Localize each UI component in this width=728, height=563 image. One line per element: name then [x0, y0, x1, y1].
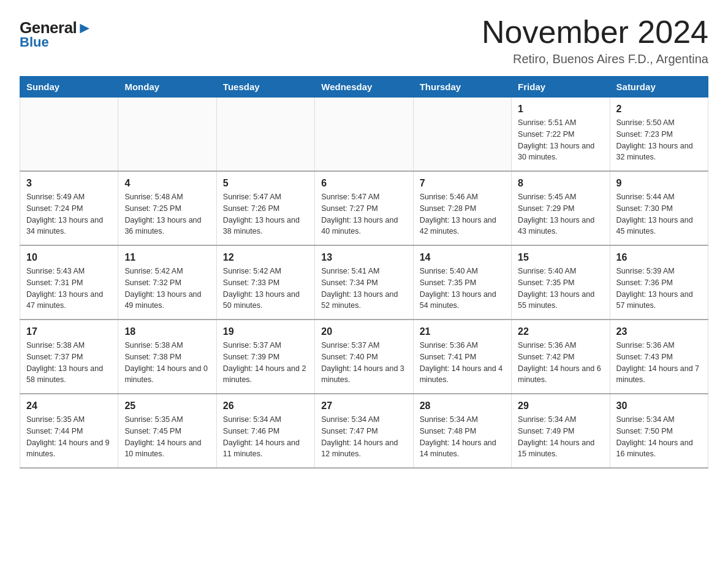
calendar-day-cell: 11Sunrise: 5:42 AMSunset: 7:32 PMDayligh…	[118, 245, 216, 320]
day-info: Sunrise: 5:35 AMSunset: 7:44 PMDaylight:…	[26, 414, 112, 460]
calendar-week-row: 1Sunrise: 5:51 AMSunset: 7:22 PMDaylight…	[20, 98, 708, 172]
calendar-day-cell: 12Sunrise: 5:42 AMSunset: 7:33 PMDayligh…	[216, 245, 314, 320]
day-number: 5	[223, 178, 308, 189]
calendar-week-row: 3Sunrise: 5:49 AMSunset: 7:24 PMDaylight…	[20, 171, 708, 245]
logo-blue-word: Blue	[20, 34, 49, 50]
day-info: Sunrise: 5:49 AMSunset: 7:24 PMDaylight:…	[26, 191, 112, 237]
calendar-day-cell: 25Sunrise: 5:35 AMSunset: 7:45 PMDayligh…	[118, 394, 216, 468]
calendar-day-cell: 2Sunrise: 5:50 AMSunset: 7:23 PMDaylight…	[610, 98, 708, 172]
calendar-day-cell: 19Sunrise: 5:37 AMSunset: 7:39 PMDayligh…	[216, 320, 314, 394]
day-number: 16	[616, 252, 702, 263]
calendar-day-cell: 27Sunrise: 5:34 AMSunset: 7:47 PMDayligh…	[315, 394, 413, 468]
day-info: Sunrise: 5:34 AMSunset: 7:48 PMDaylight:…	[420, 414, 505, 460]
calendar-day-cell: 10Sunrise: 5:43 AMSunset: 7:31 PMDayligh…	[20, 245, 118, 320]
day-info: Sunrise: 5:36 AMSunset: 7:43 PMDaylight:…	[616, 340, 702, 386]
day-info: Sunrise: 5:41 AMSunset: 7:34 PMDaylight:…	[321, 266, 406, 312]
day-number: 24	[26, 400, 112, 412]
calendar-day-cell: 8Sunrise: 5:45 AMSunset: 7:29 PMDaylight…	[512, 171, 610, 245]
day-info: Sunrise: 5:34 AMSunset: 7:50 PMDaylight:…	[616, 414, 702, 460]
day-info: Sunrise: 5:34 AMSunset: 7:47 PMDaylight:…	[321, 414, 406, 460]
day-info: Sunrise: 5:39 AMSunset: 7:36 PMDaylight:…	[616, 266, 702, 312]
calendar-week-row: 17Sunrise: 5:38 AMSunset: 7:37 PMDayligh…	[20, 320, 708, 394]
calendar-day-cell: 29Sunrise: 5:34 AMSunset: 7:49 PMDayligh…	[512, 394, 610, 468]
day-number: 22	[518, 326, 603, 337]
calendar-day-cell	[20, 98, 118, 172]
logo-blue-text: Blue	[20, 34, 49, 50]
col-monday: Monday	[118, 77, 216, 98]
day-info: Sunrise: 5:45 AMSunset: 7:29 PMDaylight:…	[518, 191, 603, 237]
day-number: 28	[420, 400, 505, 412]
title-block: November 2024 Retiro, Buenos Aires F.D.,…	[482, 15, 708, 66]
day-info: Sunrise: 5:43 AMSunset: 7:31 PMDaylight:…	[26, 266, 112, 312]
calendar-day-cell	[216, 98, 314, 172]
day-info: Sunrise: 5:37 AMSunset: 7:39 PMDaylight:…	[223, 340, 308, 386]
day-number: 9	[616, 178, 702, 189]
calendar-day-cell	[118, 98, 216, 172]
day-number: 26	[223, 400, 308, 412]
day-info: Sunrise: 5:46 AMSunset: 7:28 PMDaylight:…	[420, 191, 505, 237]
day-number: 14	[420, 252, 505, 263]
day-info: Sunrise: 5:35 AMSunset: 7:45 PMDaylight:…	[124, 414, 210, 460]
day-number: 7	[420, 178, 505, 189]
page-header: General► Blue November 2024 Retiro, Buen…	[20, 15, 708, 66]
day-info: Sunrise: 5:47 AMSunset: 7:27 PMDaylight:…	[321, 191, 406, 237]
day-number: 6	[321, 178, 406, 189]
calendar-day-cell: 6Sunrise: 5:47 AMSunset: 7:27 PMDaylight…	[315, 171, 413, 245]
calendar-day-cell: 3Sunrise: 5:49 AMSunset: 7:24 PMDaylight…	[20, 171, 118, 245]
day-number: 11	[124, 252, 210, 263]
calendar-day-cell: 24Sunrise: 5:35 AMSunset: 7:44 PMDayligh…	[20, 394, 118, 468]
calendar-day-cell: 21Sunrise: 5:36 AMSunset: 7:41 PMDayligh…	[413, 320, 511, 394]
day-info: Sunrise: 5:50 AMSunset: 7:23 PMDaylight:…	[616, 117, 702, 163]
col-sunday: Sunday	[20, 77, 118, 98]
col-friday: Friday	[512, 77, 610, 98]
col-saturday: Saturday	[610, 77, 708, 98]
calendar-day-cell: 13Sunrise: 5:41 AMSunset: 7:34 PMDayligh…	[315, 245, 413, 320]
day-number: 4	[124, 178, 210, 189]
day-info: Sunrise: 5:48 AMSunset: 7:25 PMDaylight:…	[124, 191, 210, 237]
day-info: Sunrise: 5:44 AMSunset: 7:30 PMDaylight:…	[616, 191, 702, 237]
day-info: Sunrise: 5:36 AMSunset: 7:42 PMDaylight:…	[518, 340, 603, 386]
day-number: 27	[321, 400, 406, 412]
calendar-day-cell: 16Sunrise: 5:39 AMSunset: 7:36 PMDayligh…	[610, 245, 708, 320]
col-thursday: Thursday	[413, 77, 511, 98]
day-number: 15	[518, 252, 603, 263]
day-number: 29	[518, 400, 603, 412]
day-info: Sunrise: 5:34 AMSunset: 7:46 PMDaylight:…	[223, 414, 308, 460]
calendar-day-cell: 7Sunrise: 5:46 AMSunset: 7:28 PMDaylight…	[413, 171, 511, 245]
logo-arrow-shape: ►	[77, 18, 92, 37]
day-number: 20	[321, 326, 406, 337]
day-info: Sunrise: 5:37 AMSunset: 7:40 PMDaylight:…	[321, 340, 406, 386]
calendar-day-cell: 20Sunrise: 5:37 AMSunset: 7:40 PMDayligh…	[315, 320, 413, 394]
calendar-day-cell: 26Sunrise: 5:34 AMSunset: 7:46 PMDayligh…	[216, 394, 314, 468]
day-number: 19	[223, 326, 308, 337]
day-number: 1	[518, 104, 603, 115]
calendar-day-cell: 15Sunrise: 5:40 AMSunset: 7:35 PMDayligh…	[512, 245, 610, 320]
calendar-day-cell	[315, 98, 413, 172]
calendar-day-cell	[413, 98, 511, 172]
calendar-table: Sunday Monday Tuesday Wednesday Thursday…	[20, 76, 708, 469]
day-info: Sunrise: 5:34 AMSunset: 7:49 PMDaylight:…	[518, 414, 603, 460]
day-number: 30	[616, 400, 702, 412]
day-number: 23	[616, 326, 702, 337]
calendar-day-cell: 30Sunrise: 5:34 AMSunset: 7:50 PMDayligh…	[610, 394, 708, 468]
calendar-day-cell: 22Sunrise: 5:36 AMSunset: 7:42 PMDayligh…	[512, 320, 610, 394]
calendar-day-cell: 28Sunrise: 5:34 AMSunset: 7:48 PMDayligh…	[413, 394, 511, 468]
page-title: November 2024	[482, 15, 708, 50]
calendar-day-cell: 17Sunrise: 5:38 AMSunset: 7:37 PMDayligh…	[20, 320, 118, 394]
calendar-day-cell: 9Sunrise: 5:44 AMSunset: 7:30 PMDaylight…	[610, 171, 708, 245]
day-number: 13	[321, 252, 406, 263]
col-tuesday: Tuesday	[216, 77, 314, 98]
day-info: Sunrise: 5:42 AMSunset: 7:33 PMDaylight:…	[223, 266, 308, 312]
day-number: 18	[124, 326, 210, 337]
day-number: 3	[26, 178, 112, 189]
day-number: 12	[223, 252, 308, 263]
day-info: Sunrise: 5:42 AMSunset: 7:32 PMDaylight:…	[124, 266, 210, 312]
calendar-header-row: Sunday Monday Tuesday Wednesday Thursday…	[20, 77, 708, 98]
calendar-day-cell: 4Sunrise: 5:48 AMSunset: 7:25 PMDaylight…	[118, 171, 216, 245]
calendar-week-row: 10Sunrise: 5:43 AMSunset: 7:31 PMDayligh…	[20, 245, 708, 320]
calendar-day-cell: 5Sunrise: 5:47 AMSunset: 7:26 PMDaylight…	[216, 171, 314, 245]
day-number: 17	[26, 326, 112, 337]
page-subtitle: Retiro, Buenos Aires F.D., Argentina	[482, 52, 708, 66]
calendar-day-cell: 14Sunrise: 5:40 AMSunset: 7:35 PMDayligh…	[413, 245, 511, 320]
day-number: 8	[518, 178, 603, 189]
